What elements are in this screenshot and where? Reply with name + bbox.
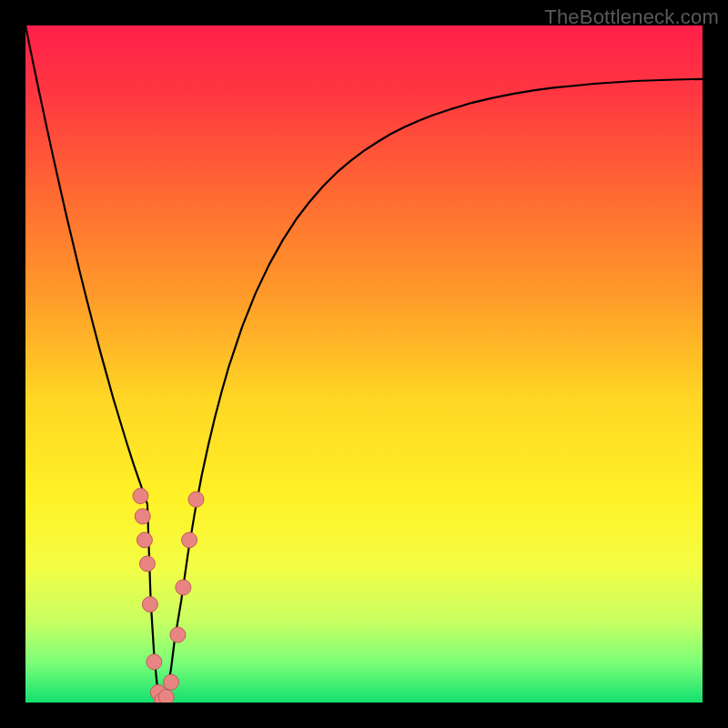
- watermark-text: TheBottleneck.com: [544, 5, 719, 29]
- data-marker: [158, 690, 174, 703]
- data-marker: [170, 627, 186, 642]
- data-marker: [133, 489, 148, 504]
- chart-frame: TheBottleneck.com: [0, 0, 728, 728]
- data-marker: [176, 580, 191, 595]
- chart-svg: [25, 25, 703, 703]
- data-marker: [135, 509, 150, 524]
- data-marker: [188, 491, 204, 507]
- data-marker: [182, 532, 197, 548]
- data-marker: [139, 556, 155, 571]
- data-marker: [163, 674, 178, 690]
- data-marker: [136, 532, 152, 548]
- data-marker: [142, 597, 157, 612]
- gradient-background: [25, 25, 703, 703]
- data-marker: [147, 654, 162, 670]
- plot-area: [25, 25, 703, 703]
